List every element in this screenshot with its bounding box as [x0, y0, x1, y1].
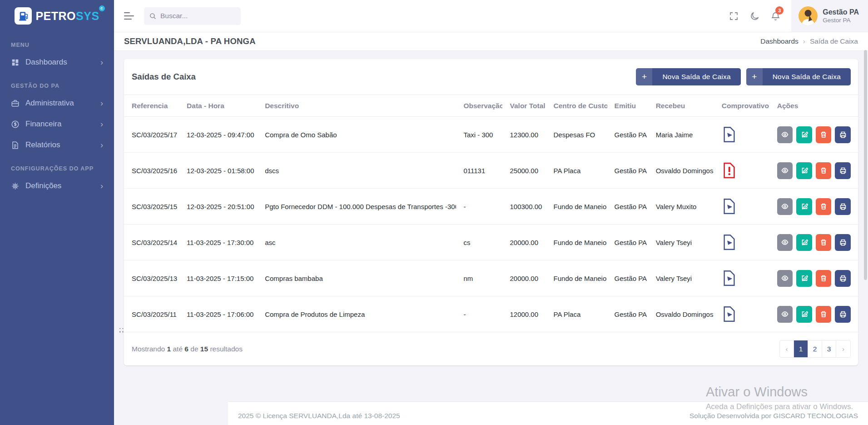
comprovativo-pdf-button[interactable]: [722, 270, 737, 286]
fullscreen-button[interactable]: [723, 0, 744, 32]
sidebar-item-definicoes[interactable]: Definições: [0, 175, 114, 196]
view-button[interactable]: [777, 126, 793, 143]
print-button[interactable]: [835, 198, 851, 215]
header-acoes: Ações: [770, 95, 858, 117]
cell-emitiu: Gestão PA: [607, 225, 649, 260]
print-button[interactable]: [835, 126, 851, 143]
trash-icon: [820, 203, 827, 210]
header-valor-total: Valor Total: [502, 95, 546, 117]
brand-logo[interactable]: PETROSYS c: [0, 0, 114, 32]
print-button[interactable]: [835, 270, 851, 287]
sidebar-item-administrativa[interactable]: Administrativa: [0, 93, 114, 114]
breadcrumb-dashboards[interactable]: Dashboards: [760, 37, 799, 45]
table-row: SC/03/2025/13 11-03-2025 - 17:15:00 Comp…: [124, 260, 858, 296]
main-area: 3 Gestão PA Gestor PA SERVLUANDA,LDA - P…: [114, 0, 868, 425]
moon-icon: [750, 11, 759, 21]
trash-icon: [820, 167, 827, 174]
cell-observacao: 011131: [456, 153, 502, 189]
cell-data-hora: 12-03-2025 - 20:51:00: [179, 189, 258, 225]
header-referencia: Referencia: [124, 95, 179, 117]
eye-icon: [781, 310, 789, 318]
cell-referencia: SC/03/2025/13: [124, 260, 179, 296]
hamburger-menu-icon[interactable]: [124, 12, 134, 20]
cell-centro-custo: Fundo de Maneio: [546, 260, 607, 296]
edit-button[interactable]: [796, 162, 812, 179]
comprovativo-pdf-button[interactable]: [722, 234, 737, 250]
pagination-page-1[interactable]: 1: [794, 340, 808, 357]
view-button[interactable]: [777, 162, 793, 179]
delete-button[interactable]: [816, 198, 832, 215]
gear-icon: [11, 182, 20, 190]
printer-icon: [839, 310, 847, 318]
cell-valor-total: 100300.00: [502, 189, 546, 225]
print-button[interactable]: [835, 234, 851, 251]
card-title: Saídas de Caixa: [132, 72, 196, 82]
comprovativo-alert-button[interactable]: [722, 162, 737, 179]
cell-recebeu: Maria Jaime: [649, 117, 714, 153]
briefcase-icon: [11, 99, 20, 108]
delete-button[interactable]: [816, 270, 832, 287]
nova-saida-button-2[interactable]: + Nova Saída de Caixa: [746, 68, 851, 85]
comprovativo-pdf-button[interactable]: [722, 198, 737, 215]
pdf-file-icon: [722, 306, 737, 322]
edit-button[interactable]: [796, 306, 812, 323]
cell-valor-total: 12300.00: [502, 117, 546, 153]
notifications-button[interactable]: 3: [765, 0, 786, 32]
edit-button[interactable]: [796, 234, 812, 251]
plus-icon: +: [636, 68, 652, 85]
view-button[interactable]: [777, 234, 793, 251]
cell-descritivo: Pgto Fornecedor DDM - 100.000 Despesas d…: [258, 189, 456, 225]
footer: 2025 © Licença SERVLUANDA,Lda até 13-08-…: [228, 401, 868, 425]
sidebar-item-financeira[interactable]: Financeira: [0, 114, 114, 135]
sidebar-item-dashboards[interactable]: Dashboards: [0, 52, 114, 73]
pagination-prev-icon[interactable]: ‹: [780, 340, 794, 357]
table-row: SC/03/2025/15 12-03-2025 - 20:51:00 Pgto…: [124, 189, 858, 225]
chevron-right-icon: [100, 120, 103, 128]
comprovativo-pdf-button[interactable]: [722, 126, 737, 143]
pencil-icon: [801, 275, 808, 282]
cell-data-hora: 12-03-2025 - 09:47:00: [179, 117, 258, 153]
pagination: ‹ 1 2 3 ›: [779, 340, 851, 358]
page-header: SERVLUANDA,LDA - PA HONGA Dashboards › S…: [114, 32, 868, 51]
pagination-next-icon[interactable]: ›: [836, 340, 850, 357]
plus-icon: +: [746, 68, 763, 85]
pdf-file-icon: [722, 126, 737, 143]
pencil-icon: [801, 310, 808, 318]
comprovativo-pdf-button[interactable]: [722, 306, 737, 322]
header-comprovativo: Comprovativo: [714, 95, 770, 117]
printer-icon: [839, 167, 847, 174]
edit-button[interactable]: [796, 126, 812, 143]
delete-button[interactable]: [816, 162, 832, 179]
dark-mode-button[interactable]: [744, 0, 765, 32]
header-observacao: Observação: [456, 95, 502, 117]
cell-recebeu: Valery Tseyi: [649, 225, 714, 260]
cell-data-hora: 11-03-2025 - 17:30:00: [179, 225, 258, 260]
pagination-page-2[interactable]: 2: [808, 340, 822, 357]
print-button[interactable]: [835, 162, 851, 179]
footer-license: 2025 © Licença SERVLUANDA,Lda até 13-08-…: [238, 412, 400, 420]
view-button[interactable]: [777, 198, 793, 215]
view-button[interactable]: [777, 270, 793, 287]
chevron-right-icon: [100, 99, 103, 107]
user-menu[interactable]: Gestão PA Gestor PA: [791, 0, 868, 32]
pdf-file-icon: [722, 270, 737, 286]
pagination-page-3[interactable]: 3: [822, 340, 836, 357]
pdf-file-icon: [722, 198, 737, 215]
report-icon: [11, 141, 20, 150]
delete-button[interactable]: [816, 126, 832, 143]
scrollbar-thumb[interactable]: [864, 50, 867, 280]
edit-button[interactable]: [796, 270, 812, 287]
nova-saida-button-1[interactable]: + Nova Saída de Caixa: [636, 68, 740, 85]
cell-descritivo: Compra de Omo Sabão: [258, 117, 456, 153]
search-input[interactable]: [160, 12, 228, 20]
table-row: SC/03/2025/17 12-03-2025 - 09:47:00 Comp…: [124, 117, 858, 153]
cell-centro-custo: Fundo de Maneio: [546, 225, 607, 260]
delete-button[interactable]: [816, 234, 832, 251]
edit-button[interactable]: [796, 198, 812, 215]
sidebar-item-relatorios[interactable]: Relatórios: [0, 135, 114, 155]
delete-button[interactable]: [816, 306, 832, 323]
view-button[interactable]: [777, 306, 793, 323]
print-button[interactable]: [835, 306, 851, 323]
results-summary: Mostrando 1 até 6 de 15 resultados: [132, 345, 243, 353]
breadcrumb-separator-icon: ›: [803, 37, 805, 45]
